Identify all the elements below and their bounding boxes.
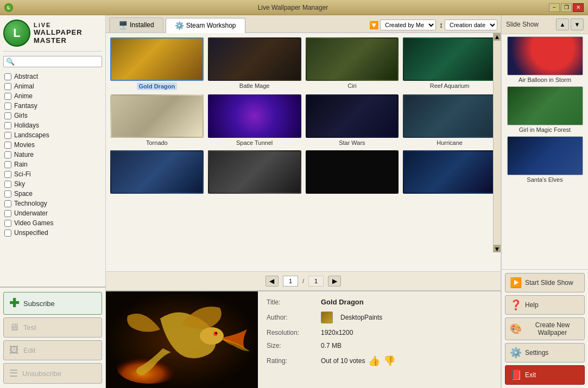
created-by-select[interactable]: Created by Me Subscribed All	[380, 20, 436, 30]
scroll-down-btn[interactable]: ▼	[494, 245, 501, 252]
thumbs-down-button[interactable]: 👎	[383, 355, 395, 367]
category-item-holidays[interactable]: Holidays	[3, 120, 102, 130]
title-value: Gold Dragon	[321, 298, 364, 306]
search-input[interactable]	[16, 59, 99, 65]
gallery-thumb	[208, 150, 301, 194]
page-total-input	[308, 276, 324, 287]
close-button[interactable]: ✕	[573, 3, 584, 12]
resolution-value: 1920x1200	[321, 329, 353, 336]
settings-button[interactable]: ⚙️ Settings	[505, 343, 585, 362]
start-slideshow-button[interactable]: ▶️ Start Slide Show	[505, 273, 585, 292]
start-slideshow-label: Start Slide Show	[525, 279, 573, 287]
slideshow-item[interactable]: Girl in Magic Forest	[504, 86, 586, 133]
ss-thumbnail	[507, 86, 583, 125]
sort-select[interactable]: Creation date Name Rating	[445, 20, 497, 30]
action-buttons-panel: ✚ Subscribe 🖥 Test 🖼 Edit ☰ Unsubscribe	[0, 287, 106, 388]
page-input[interactable]	[283, 276, 298, 287]
gallery-item[interactable]: Gold Dragon	[110, 37, 204, 90]
create-icon: 🎨	[510, 323, 522, 335]
pagination: ◀ / ▶	[106, 271, 501, 290]
title-bar: L Live Wallpaper Manager − ❐ ✕	[0, 0, 588, 15]
monitor-icon: 🖥️	[118, 21, 128, 29]
category-item-underwater[interactable]: Underwater	[3, 208, 102, 218]
ss-thumbnail	[507, 36, 583, 75]
filter-created-by[interactable]: 🔽 Created by Me Subscribed All	[369, 20, 436, 30]
slideshow-item[interactable]: Santa's Elves	[504, 136, 586, 183]
tab-installed-label: Installed	[130, 21, 154, 29]
category-item-unspecified[interactable]: Unspecified	[3, 228, 102, 238]
subscribe-button[interactable]: ✚ Subscribe	[3, 292, 102, 315]
gallery-item[interactable]: Tornado	[110, 94, 204, 146]
category-item-animal[interactable]: Animal	[3, 81, 102, 91]
category-item-abstract[interactable]: Abstract	[3, 72, 102, 81]
settings-label: Settings	[525, 349, 548, 357]
settings-icon: ⚙️	[510, 347, 522, 359]
gallery-item[interactable]: Space Tunnel	[208, 94, 301, 146]
gallery-item[interactable]	[208, 150, 301, 195]
scroll-up-btn[interactable]: ▲	[494, 33, 501, 41]
size-label: Size:	[267, 342, 315, 349]
slideshow-items: Air Balloon in Storm Girl in Magic Fores…	[502, 34, 588, 269]
resolution-label: Resolution:	[267, 329, 315, 336]
gallery-thumb	[110, 150, 204, 194]
author-value: DesktopPaints	[340, 314, 382, 321]
thumbs-up-button[interactable]: 👍	[368, 355, 380, 367]
gallery-container: Gold Dragon Batle Mage Ciri Reef Aquariu…	[106, 33, 501, 271]
prev-page-button[interactable]: ◀	[265, 276, 279, 287]
category-item-landscapes[interactable]: Landscapes	[3, 130, 102, 140]
gallery-item[interactable]: Star Wars	[306, 94, 399, 146]
window-title: Live Wallpaper Manager	[37, 4, 549, 11]
search-box[interactable]: 🔍	[3, 56, 102, 67]
filter-sort[interactable]: ↕️ Creation date Name Rating	[439, 20, 497, 30]
category-item-sky[interactable]: Sky	[3, 179, 102, 189]
exit-button[interactable]: 📕 Exit	[505, 365, 585, 385]
tab-bar: 🖥️ Installed ⚙️ Steam Workshop 🔽 Created…	[106, 15, 501, 33]
category-item-movies[interactable]: Movies	[3, 140, 102, 150]
slideshow-down-button[interactable]: ▼	[571, 18, 584, 30]
dragon-svg	[106, 291, 258, 388]
help-label: Help	[525, 301, 539, 309]
gallery-thumb	[403, 94, 496, 138]
gallery-label: Gold Dragon	[137, 82, 178, 90]
category-item-sci-fi[interactable]: Sci-Fi	[3, 169, 102, 179]
gallery-scrollbar[interactable]: ▲ ▼	[493, 33, 501, 252]
slideshow-up-button[interactable]: ▲	[556, 18, 569, 30]
tab-installed[interactable]: 🖥️ Installed	[109, 17, 163, 32]
author-icon	[321, 311, 333, 323]
create-wallpaper-button[interactable]: 🎨 Create New Wallpaper	[505, 317, 585, 340]
tab-filters: 🔽 Created by Me Subscribed All ↕️ Creati…	[369, 20, 497, 30]
category-item-nature[interactable]: Nature	[3, 150, 102, 160]
detail-panel: Title: Gold Dragon Author: DesktopPaints…	[106, 290, 501, 388]
help-icon: ❓	[510, 299, 522, 311]
test-icon: 🖥	[9, 322, 19, 333]
gallery-item[interactable]: Hurricane	[403, 94, 496, 146]
gallery-item[interactable]	[306, 150, 399, 195]
gallery-item[interactable]: Ciri	[306, 37, 399, 90]
category-item-technology[interactable]: Technology	[3, 199, 102, 208]
gallery-item[interactable]	[403, 150, 496, 195]
category-item-video-games[interactable]: Video Games	[3, 218, 102, 228]
category-item-space[interactable]: Space	[3, 189, 102, 199]
unsubscribe-button[interactable]: ☰ Unsubscribe	[3, 363, 102, 384]
gallery-thumb	[208, 37, 301, 81]
edit-label: Edit	[23, 346, 35, 354]
rating-stars: Out of 10 votes 👍 👎	[321, 355, 395, 367]
next-page-button[interactable]: ▶	[328, 276, 341, 287]
minimize-button[interactable]: −	[549, 3, 560, 12]
gallery-scroll[interactable]: Gold Dragon Batle Mage Ciri Reef Aquariu…	[106, 33, 501, 252]
restore-button[interactable]: ❐	[561, 3, 572, 12]
category-item-fantasy[interactable]: Fantasy	[3, 101, 102, 111]
gallery-item[interactable]: Reef Aquarium	[403, 37, 496, 90]
gallery-item[interactable]	[110, 150, 204, 195]
svg-point-4	[215, 332, 217, 334]
category-item-rain[interactable]: Rain	[3, 160, 102, 169]
test-button[interactable]: 🖥 Test	[3, 317, 102, 338]
slideshow-title: Slide Show	[506, 21, 539, 28]
edit-button[interactable]: 🖼 Edit	[3, 340, 102, 360]
category-item-girls[interactable]: Girls	[3, 111, 102, 120]
tab-workshop[interactable]: ⚙️ Steam Workshop	[166, 18, 245, 33]
gallery-item[interactable]: Batle Mage	[208, 37, 301, 90]
category-item-anime[interactable]: Anime	[3, 91, 102, 101]
slideshow-item[interactable]: Air Balloon in Storm	[504, 36, 586, 83]
help-button[interactable]: ❓ Help	[505, 295, 585, 315]
